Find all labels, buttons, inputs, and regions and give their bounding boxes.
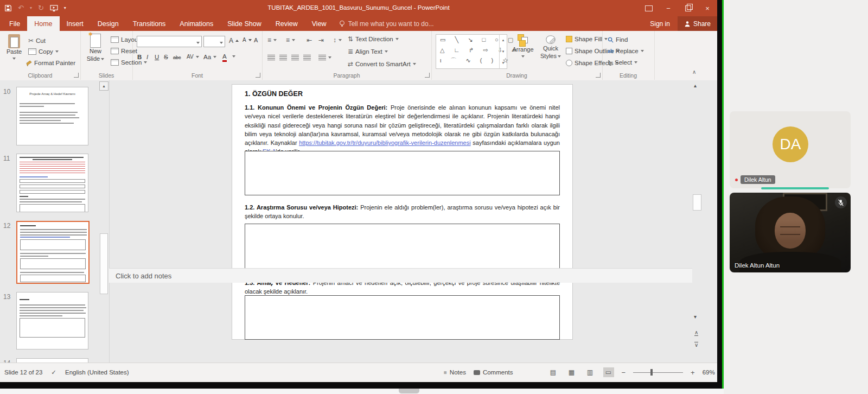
paragraph-dialog-launcher[interactable] <box>425 73 430 78</box>
tab-animations[interactable]: Animations <box>173 16 220 31</box>
clear-formatting-button[interactable]: A <box>254 37 258 43</box>
strikethrough-button[interactable]: S <box>164 54 168 60</box>
canvas-scrollbar-thumb[interactable] <box>693 194 701 211</box>
underline-button[interactable]: U <box>155 54 159 60</box>
increase-indent-button[interactable]: ⇥ <box>318 36 324 44</box>
close-icon[interactable]: × <box>698 0 717 16</box>
tab-view[interactable]: View <box>305 16 334 31</box>
language-indicator[interactable]: English (United States) <box>65 369 129 376</box>
copy-button[interactable]: Copy <box>28 48 59 55</box>
new-slide-button[interactable]: ✱ NewSlide <box>84 34 107 63</box>
columns-button[interactable] <box>318 55 331 60</box>
view-reading-button[interactable]: ▥ <box>585 367 596 377</box>
previous-slide-button[interactable]: ∧ <box>694 330 698 336</box>
shapes-gallery-scrollbar[interactable]: ▴ ▾ ▾ <box>499 35 507 68</box>
cut-button[interactable]: ✂Cut <box>28 37 46 45</box>
tab-file[interactable]: File <box>2 16 27 31</box>
tell-me-box[interactable]: Tell me what you want to do... <box>334 16 434 31</box>
grow-font-button[interactable]: A <box>229 37 239 45</box>
shapes-scroll-up-icon[interactable]: ▴ <box>502 38 505 42</box>
participant-tile-video[interactable]: Dilek Altun Altun <box>730 193 851 272</box>
share-button[interactable]: Share <box>678 16 717 31</box>
section-1-2-textbox[interactable] <box>245 224 560 270</box>
canvas-scroll-down-icon[interactable]: ▾ <box>694 314 697 320</box>
minimize-icon[interactable]: − <box>659 0 678 16</box>
collapse-ribbon-icon[interactable]: ∧ <box>692 69 696 75</box>
tab-home[interactable]: Home <box>27 16 59 31</box>
shrink-font-button[interactable]: A <box>242 37 252 43</box>
shapes-gallery[interactable]: ▭ ╲ ↘ □ ○ ▢ △ ∟ ↱ ⇨ ⇩ ▱ ι ⌒ ∿ ( ) ☆ ▴ ▾ … <box>436 34 507 69</box>
participant-tile-avatar[interactable]: DA Dilek Altun <box>730 111 851 188</box>
next-slide-button[interactable]: ∨ <box>694 342 698 348</box>
text-shadow-button[interactable]: abc <box>173 55 181 60</box>
clipboard-dialog-launcher[interactable] <box>74 73 79 78</box>
section-1-3-textbox[interactable] <box>245 295 560 340</box>
tab-design[interactable]: Design <box>91 16 126 31</box>
justify-button[interactable] <box>303 55 311 60</box>
font-color-menu[interactable] <box>232 54 235 59</box>
bibliography-link[interactable]: https://tubitak.gov.tr/tr/duyuru/bibliyo… <box>299 139 471 146</box>
thumbnail-scrollbar-thumb[interactable] <box>100 233 108 294</box>
numbering-button[interactable]: ≡ <box>286 36 295 44</box>
tab-transitions[interactable]: Transitions <box>126 16 173 31</box>
font-size-combobox[interactable] <box>203 36 225 47</box>
shapes-row-3[interactable]: ι ⌒ ∿ ( ) ☆ <box>436 55 507 66</box>
ribbon-display-options-icon[interactable] <box>639 0 659 16</box>
italic-button[interactable]: I <box>146 54 148 60</box>
character-spacing-button[interactable]: AV <box>187 54 199 60</box>
shapes-row-1[interactable]: ▭ ╲ ↘ □ ○ ▢ <box>436 35 507 45</box>
zoom-slider[interactable] <box>633 372 683 373</box>
convert-smartart-button[interactable]: ⇄Convert to SmartArt <box>348 60 416 68</box>
shapes-more-icon[interactable]: ▾ <box>502 61 505 65</box>
view-slideshow-button[interactable]: ▭ <box>603 367 614 377</box>
find-button[interactable]: Find <box>608 36 628 43</box>
sign-in-button[interactable]: Sign in <box>642 16 678 31</box>
comments-toggle[interactable]: Comments <box>474 369 513 376</box>
change-case-button[interactable]: Aa <box>203 54 216 60</box>
drawing-dialog-launcher[interactable] <box>596 73 601 78</box>
shape-fill-button[interactable]: Shape Fill <box>566 36 608 42</box>
zoom-in-button[interactable]: + <box>691 368 695 377</box>
canvas-scroll-up-icon[interactable]: ▴ <box>694 82 697 88</box>
shapes-row-2[interactable]: △ ∟ ↱ ⇨ ⇩ ▱ <box>436 45 507 55</box>
thumbnail-slide-10[interactable]: Projede Amaç & Hedef Kavramı <box>16 87 88 145</box>
view-slide-sorter-button[interactable]: ▦ <box>566 367 577 377</box>
spell-check-icon[interactable]: ✓ <box>51 368 56 376</box>
tab-slideshow[interactable]: Slide Show <box>220 16 269 31</box>
format-painter-button[interactable]: Format Painter <box>26 60 75 66</box>
paste-button[interactable]: Paste <box>3 34 25 61</box>
notes-pane[interactable]: Click to add notes <box>109 268 692 283</box>
align-text-button[interactable]: ≣Align Text <box>348 48 388 55</box>
line-spacing-button[interactable]: ↕ <box>333 36 342 44</box>
align-center-button[interactable] <box>279 55 287 60</box>
tab-review[interactable]: Review <box>269 16 305 31</box>
font-dialog-launcher[interactable] <box>256 73 260 78</box>
view-normal-button[interactable]: ▤ <box>548 367 559 377</box>
bold-button[interactable]: B <box>137 54 142 60</box>
thumbnail-scroll-up-icon[interactable]: ▴ <box>99 81 108 91</box>
shapes-scroll-down-icon[interactable]: ▾ <box>502 49 505 54</box>
slide-canvas[interactable]: 1. ÖZGÜN DEĞER 1.1. Konunun Önemi ve Pro… <box>232 85 572 339</box>
restore-icon[interactable] <box>678 0 698 16</box>
font-color-button[interactable]: A <box>222 54 227 62</box>
replace-button[interactable]: abReplace <box>608 48 644 54</box>
thumbnail-slide-12[interactable] <box>16 221 90 284</box>
section-1-1-textbox[interactable] <box>245 151 560 195</box>
text-direction-button[interactable]: ⇅Text Direction <box>348 35 399 43</box>
meeting-controls-handle[interactable] <box>399 389 419 393</box>
quick-styles-button[interactable]: QuickStyles <box>539 34 563 60</box>
align-right-button[interactable] <box>291 55 299 60</box>
thumbnail-slide-13[interactable] <box>16 292 88 349</box>
align-left-button[interactable] <box>267 55 275 60</box>
zoom-out-button[interactable]: − <box>622 368 626 377</box>
zoom-slider-thumb[interactable] <box>650 369 653 376</box>
bullets-button[interactable]: ≡ <box>267 36 277 44</box>
select-button[interactable]: Select <box>608 59 637 66</box>
thumbnail-slide-11[interactable] <box>16 154 88 212</box>
font-name-combobox[interactable] <box>137 36 202 47</box>
arrange-button[interactable]: Arrange <box>510 34 535 59</box>
decrease-indent-button[interactable]: ⇤ <box>307 36 312 44</box>
notes-toggle[interactable]: ≡Notes <box>444 369 466 376</box>
zoom-level[interactable]: 69% <box>703 369 715 376</box>
tab-insert[interactable]: Insert <box>60 16 91 31</box>
